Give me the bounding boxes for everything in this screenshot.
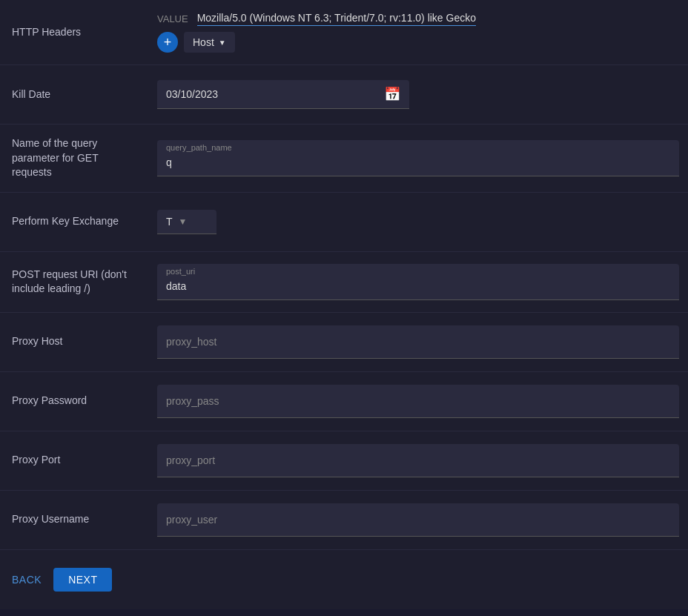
proxy-host-value <box>148 314 688 371</box>
proxy-username-value <box>148 491 688 549</box>
kill-date-value: 📅 <box>148 68 688 121</box>
proxy-username-label: Proxy Username <box>0 500 148 539</box>
proxy-password-input[interactable] <box>157 385 679 418</box>
key-exchange-selected-value: T <box>166 216 173 228</box>
kill-date-input[interactable] <box>166 88 384 100</box>
query-path-field-label: query_path_name <box>166 143 232 152</box>
query-path-field-wrapper: query_path_name <box>157 140 679 176</box>
perform-key-exchange-value: T ▼ <box>148 198 688 246</box>
proxy-port-row: Proxy Port <box>0 431 688 491</box>
http-headers-label: HTTP Headers <box>0 13 148 52</box>
post-request-uri-label: POST request URI (don't include leading … <box>0 256 148 308</box>
key-exchange-dropdown[interactable]: T ▼ <box>157 210 216 234</box>
post-uri-field-label: post_uri <box>166 267 195 276</box>
post-request-uri-input[interactable] <box>157 264 679 299</box>
http-header-value-text: Mozilla/5.0 (Windows NT 6.3; Trident/7.0… <box>197 12 476 26</box>
chevron-down-icon: ▼ <box>179 216 188 227</box>
proxy-port-label: Proxy Port <box>0 441 148 480</box>
query-path-name-label: Name of the query parameter for GET requ… <box>0 125 148 192</box>
proxy-password-value <box>148 373 688 430</box>
proxy-password-row: Proxy Password <box>0 372 688 431</box>
query-path-name-value: query_path_name <box>148 128 688 188</box>
proxy-port-input[interactable] <box>157 444 679 477</box>
kill-date-label: Kill Date <box>0 76 148 114</box>
perform-key-exchange-label: Perform Key Exchange <box>0 202 148 241</box>
add-header-button[interactable]: + <box>157 32 178 53</box>
page-container: HTTP Headers VALUE Mozilla/5.0 (Windows … <box>0 0 688 609</box>
query-path-name-input[interactable] <box>157 140 679 176</box>
host-dropdown-button[interactable]: Host <box>184 32 235 53</box>
http-headers-row: HTTP Headers VALUE Mozilla/5.0 (Windows … <box>0 0 688 65</box>
value-label: VALUE <box>157 13 188 24</box>
proxy-host-label: Proxy Host <box>0 322 148 361</box>
bottom-nav: BACK NEXT <box>0 550 688 609</box>
calendar-icon[interactable]: 📅 <box>384 86 400 102</box>
perform-key-exchange-row: Perform Key Exchange T ▼ <box>0 193 688 252</box>
query-path-name-row: Name of the query parameter for GET requ… <box>0 125 688 193</box>
proxy-password-label: Proxy Password <box>0 382 148 420</box>
proxy-port-value <box>148 432 688 489</box>
proxy-username-input[interactable] <box>157 503 679 537</box>
post-request-uri-value: post_uri <box>148 252 688 312</box>
post-request-uri-row: POST request URI (don't include leading … <box>0 252 688 313</box>
post-uri-field-wrapper: post_uri <box>157 264 679 300</box>
http-headers-value: VALUE Mozilla/5.0 (Windows NT 6.3; Tride… <box>148 0 688 64</box>
next-button[interactable]: NEXT <box>53 568 112 592</box>
proxy-host-row: Proxy Host <box>0 313 688 372</box>
kill-date-row: Kill Date 📅 <box>0 65 688 125</box>
proxy-host-input[interactable] <box>157 325 679 359</box>
back-button[interactable]: BACK <box>12 574 42 586</box>
date-input-wrapper: 📅 <box>157 80 409 109</box>
proxy-username-row: Proxy Username <box>0 491 688 550</box>
